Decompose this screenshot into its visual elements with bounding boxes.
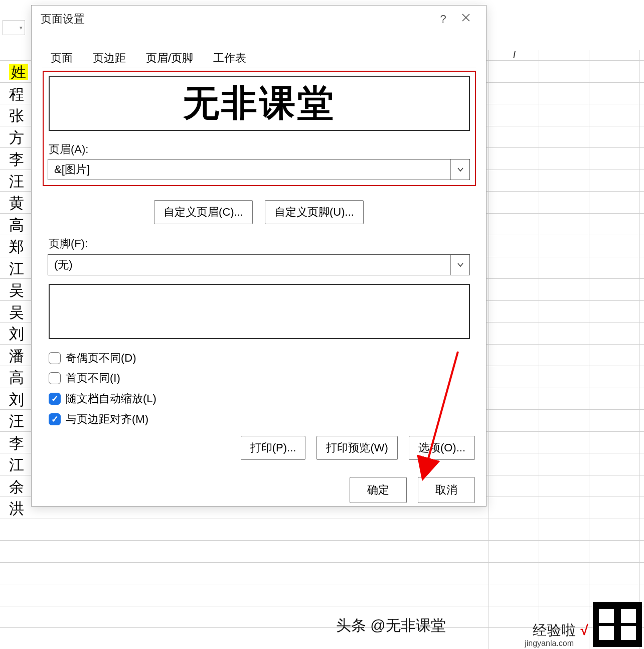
- footer-label: 页脚(F):: [49, 236, 88, 251]
- author-watermark: 头条 @无非课堂: [336, 615, 446, 636]
- ok-button[interactable]: 确定: [350, 477, 407, 503]
- dialog-titlebar: 页面设置 ?: [32, 6, 486, 33]
- app-icon: [593, 602, 642, 647]
- table-row: 汪: [9, 410, 28, 432]
- table-row: 洪: [9, 498, 28, 520]
- checkbox-oddeven-label: 奇偶页不同(D): [66, 351, 136, 366]
- options-button[interactable]: 选项(O)...: [409, 436, 475, 460]
- table-row: 方: [9, 127, 28, 149]
- print-button[interactable]: 打印(P)...: [241, 436, 306, 460]
- table-row: 高: [9, 367, 28, 389]
- name-box[interactable]: [3, 20, 25, 35]
- header-preview: 无非课堂: [49, 76, 470, 131]
- checkbox-align-label: 与页边距对齐(M): [66, 412, 148, 427]
- tab-header-footer[interactable]: 页眉/页脚: [142, 48, 197, 69]
- table-row: 江: [9, 258, 28, 280]
- checkbox-scale-row[interactable]: 随文档自动缩放(L): [49, 391, 156, 406]
- checkbox-firstpage-row[interactable]: 首页不同(I): [49, 371, 120, 386]
- close-icon: [461, 13, 471, 23]
- cancel-button[interactable]: 取消: [418, 477, 475, 503]
- header-preview-text: 无非课堂: [183, 79, 336, 127]
- table-row: 潘: [9, 345, 28, 367]
- brand-watermark: 经验啦 √: [533, 621, 589, 640]
- header-cell: 姓: [9, 64, 28, 80]
- site-watermark: jingyanla.com: [525, 639, 574, 648]
- chevron-down-icon: [450, 255, 469, 275]
- table-row: 李: [9, 432, 28, 454]
- footer-preview: [49, 284, 470, 339]
- table-row: 余: [9, 476, 28, 498]
- checkbox-oddeven[interactable]: [49, 352, 61, 364]
- annotation-arrow: [398, 347, 468, 482]
- table-row: 李: [9, 148, 28, 171]
- custom-footer-button[interactable]: 自定义页脚(U)...: [265, 200, 364, 224]
- table-row: 刘: [9, 389, 28, 411]
- right-gridlines: [489, 50, 644, 649]
- custom-header-button[interactable]: 自定义页眉(C)...: [154, 200, 253, 224]
- table-row: 程: [9, 83, 28, 105]
- close-button[interactable]: [454, 13, 477, 26]
- checkbox-firstpage[interactable]: [49, 372, 61, 384]
- checkbox-scale-label: 随文档自动缩放(L): [66, 391, 156, 406]
- checkbox-scale[interactable]: [49, 393, 61, 405]
- row-names: 姓 程 张 方 李 汪 黄 高 郑 江 吴 吴 刘 潘 高 刘 汪 李 江 余 …: [9, 61, 28, 520]
- checkbox-align[interactable]: [49, 413, 61, 425]
- table-row: 汪: [9, 171, 28, 193]
- header-select-value: &[图片]: [54, 162, 90, 177]
- tab-margins[interactable]: 页边距: [89, 48, 130, 69]
- table-row: 刘: [9, 323, 28, 345]
- table-row: 江: [9, 454, 28, 476]
- page-setup-dialog: 页面设置 ? 页面 页边距 页眉/页脚 工作表 无非课堂 页眉(A): &[图片…: [31, 5, 487, 507]
- checkbox-align-row[interactable]: 与页边距对齐(M): [49, 412, 148, 427]
- dialog-title: 页面设置: [41, 12, 85, 27]
- help-button[interactable]: ?: [432, 13, 454, 26]
- footer-select-value: (无): [54, 257, 73, 272]
- table-row: 郑: [9, 236, 28, 258]
- tab-page[interactable]: 页面: [47, 48, 77, 69]
- table-row: 吴: [9, 301, 28, 323]
- chevron-down-icon: [450, 159, 469, 180]
- tab-row: 页面 页边距 页眉/页脚 工作表: [32, 48, 486, 69]
- table-row: 吴: [9, 279, 28, 301]
- table-row: 黄: [9, 192, 28, 214]
- header-select[interactable]: &[图片]: [48, 159, 470, 180]
- tab-sheet[interactable]: 工作表: [209, 48, 250, 69]
- table-row: 张: [9, 105, 28, 127]
- table-row: 高: [9, 214, 28, 236]
- checkbox-oddeven-row[interactable]: 奇偶页不同(D): [49, 351, 136, 366]
- header-label: 页眉(A):: [49, 142, 88, 157]
- checkbox-firstpage-label: 首页不同(I): [66, 371, 120, 386]
- footer-select[interactable]: (无): [48, 254, 470, 275]
- print-preview-button[interactable]: 打印预览(W): [316, 436, 397, 460]
